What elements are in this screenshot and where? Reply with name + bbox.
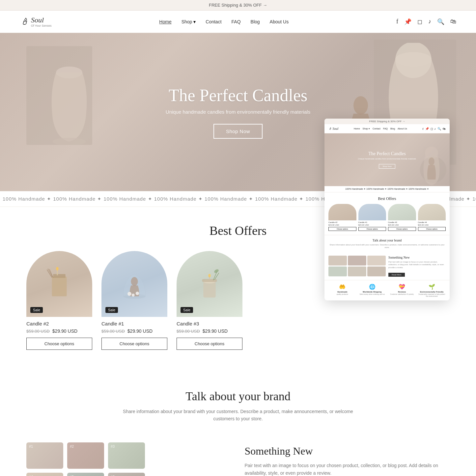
preview-product-4: Candle #4 $29.90 USD Choose options (418, 204, 446, 231)
svg-point-2 (395, 52, 432, 67)
preview-tt-icon: ♪ (434, 127, 436, 130)
svg-line-13 (48, 269, 53, 277)
preview-shop-now-btn[interactable]: Shop Now (379, 164, 395, 169)
product-name-2: Candle #1 (101, 321, 167, 326)
hero-vase-left (43, 53, 96, 145)
preview-something-text: Something New Pair text with an image to… (388, 256, 446, 277)
preview-nav-links: Home Shop ▾ Contact FAQ Blog About Us (354, 127, 407, 130)
grid-num-4: #4 (29, 475, 33, 476)
preview-pin-icon: 📌 (425, 127, 429, 130)
image-grid-cell-6: #6 (108, 473, 145, 476)
grid-num-3: #3 (111, 444, 115, 448)
handmade-icon: 🤲 (328, 284, 356, 290)
preview-nav-icons: f 📌 ◻ ♪ 🔍 🛍 (423, 127, 446, 130)
preview-choose-4[interactable]: Choose options (418, 227, 446, 231)
nav-icons: f 📌 ◻ ♪ 🔍 🛍 (396, 18, 456, 25)
preview-hero-title: The Perfect Candles (358, 151, 416, 156)
svg-rect-20 (203, 282, 216, 298)
image-grid: #1 #2 #3 #4 #5 #6 (26, 442, 145, 476)
nav-shop[interactable]: Shop (182, 19, 192, 24)
grid-num-6: #6 (111, 475, 115, 476)
hero-subtitle: Unique handmade candles from environment… (166, 109, 310, 115)
preview-hero: The Perfect Candles Unique handmade cand… (324, 133, 450, 186)
image-grid-cell-2: #2 (67, 442, 104, 469)
svg-rect-9 (53, 274, 66, 278)
product-name-3: Candle #3 (177, 321, 242, 326)
product-prices-2: $59.00 USD $29.90 USD (101, 328, 167, 334)
preview-pname-4: Candle #4 (418, 221, 446, 223)
something-section: #1 #2 #3 #4 #5 #6 Something New Pair tex… (0, 436, 476, 476)
preview-product-1: Candle #2 $29.90 USD Choose options (328, 204, 356, 231)
preview-pprice-4: $29.90 USD (418, 224, 446, 226)
product-card-1: Sale Candle #2 $59.00 USD $29.90 USD Cho… (26, 251, 92, 350)
preview-search-icon: 🔍 (437, 127, 441, 130)
navbar: 🕯 Soul Of Your Senses Home Shop ▾ Contac… (0, 11, 476, 33)
nav-contact[interactable]: Contact (206, 19, 221, 24)
shop-now-button[interactable]: Shop Now (213, 124, 263, 139)
preview-offers-title: Best Offers (328, 196, 446, 201)
preview-choose-1[interactable]: Choose options (328, 227, 356, 231)
svg-point-19 (136, 292, 139, 295)
preview-fb-icon: f (423, 127, 424, 130)
nav-faq[interactable]: FAQ (232, 19, 241, 24)
choose-options-1[interactable]: Choose options (26, 338, 92, 350)
preview-something: Something New Pair text with an image to… (324, 252, 450, 280)
preview-img-2 (358, 204, 386, 220)
preview-image-grid (328, 256, 386, 276)
preview-feature-title-4: Environmentally Friendly (418, 291, 446, 293)
site-logo[interactable]: 🕯 Soul Of Your Senses (20, 16, 52, 27)
hero-rect-left (26, 46, 92, 145)
choose-options-3[interactable]: Choose options (177, 338, 242, 350)
product-prices-1: $59.00 USD $29.90 USD (26, 328, 92, 334)
preview-feature-title-3: Reviews (388, 291, 416, 293)
svg-point-29 (429, 157, 434, 165)
logo-sub: Of Your Senses (31, 24, 52, 27)
preview-grid-5 (348, 266, 366, 276)
price-sale-2: $29.90 USD (127, 328, 153, 334)
preview-window: FREE Shipping & 30% OFF → 🕯 Soul Home Sh… (324, 119, 450, 300)
brand-section: Talk about your brand Share information … (0, 370, 476, 436)
preview-grid-4 (328, 266, 347, 276)
announcement-text: FREE Shipping & 30% OFF → (209, 3, 267, 8)
choose-options-2[interactable]: Choose options (101, 338, 167, 350)
svg-point-4 (395, 43, 432, 78)
nav-blog[interactable]: Blog (251, 19, 260, 24)
nav-about[interactable]: About Us (270, 19, 289, 24)
facebook-icon[interactable]: f (396, 18, 398, 25)
product-name-1: Candle #2 (26, 321, 92, 326)
product-card-3: Sale Candle #3 $59.00 USD $29.90 USD Cho… (177, 251, 242, 350)
product-image-2: Sale (101, 251, 167, 317)
preview-feature-3: 💝 Reviews Customer satisfaction #1 prior… (388, 284, 416, 297)
hero-title: The Perfect Candles (166, 86, 310, 105)
preview-choose-3[interactable]: Choose options (388, 227, 416, 231)
preview-marquee: 100% Handmade ✦ 100% Handmade ✦ 100% Han… (324, 186, 450, 192)
tiktok-icon[interactable]: ♪ (428, 18, 431, 25)
preview-feature-title-2: Worldwide Shipping (358, 291, 386, 293)
preview-cart-icon: 🛍 (443, 127, 446, 130)
preview-something-desc: Pair text with an image to focus on your… (388, 261, 446, 269)
preview-feature-desc-3: Customer satisfaction #1 priority (388, 293, 416, 295)
preview-products: Candle #2 $29.90 USD Choose options Cand… (328, 204, 446, 231)
preview-feature-4: 🌱 Environmentally Friendly Sustainable m… (418, 284, 446, 297)
preview-read-btn[interactable]: Read More (388, 273, 405, 277)
instagram-icon[interactable]: ◻ (417, 18, 422, 25)
preview-grid-6 (367, 266, 386, 276)
preview-nav: 🕯 Soul Home Shop ▾ Contact FAQ Blog Abou… (324, 124, 450, 133)
sale-badge-2: Sale (105, 307, 118, 313)
preview-pname-1: Candle #2 (328, 221, 356, 223)
image-grid-cell-1: #1 (26, 442, 63, 469)
product-prices-3: $59.00 USD $29.90 USD (177, 328, 242, 334)
cart-icon[interactable]: 🛍 (450, 18, 456, 25)
search-icon[interactable]: 🔍 (437, 18, 444, 25)
nav-home[interactable]: Home (159, 19, 171, 24)
pinterest-icon[interactable]: 📌 (404, 18, 411, 25)
product-image-1: Sale (26, 251, 92, 317)
product-card-2: Sale Candle #1 $59.00 USD $29.90 USD Cho… (101, 251, 167, 350)
svg-point-5 (353, 96, 368, 115)
worldwide-shipping-icon: 🌐 (358, 284, 386, 290)
price-sale-3: $29.90 USD (203, 328, 228, 334)
preview-grid-3 (367, 256, 386, 266)
price-original-2: $59.00 USD (101, 329, 125, 334)
preview-choose-2[interactable]: Choose options (358, 227, 386, 231)
preview-pname-3: Candle #3 (388, 221, 416, 223)
